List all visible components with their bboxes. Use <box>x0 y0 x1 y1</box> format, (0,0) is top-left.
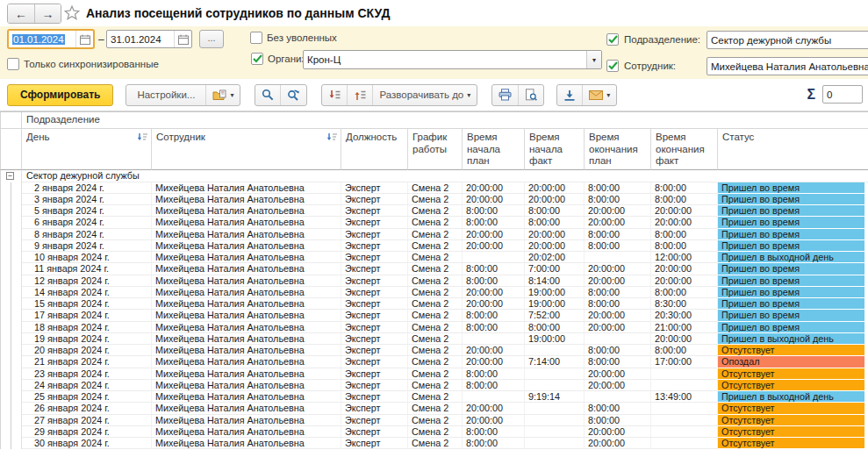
calendar-icon[interactable] <box>75 31 93 47</box>
cell-position: Эксперт <box>341 368 408 380</box>
date-from-input[interactable]: 01.01.2024 <box>7 29 95 49</box>
column-header-end-plan[interactable]: Время окончания план <box>585 129 651 170</box>
table-row[interactable]: 10 января 2024 г.Михейцева Наталия Анато… <box>0 252 868 263</box>
table-row[interactable]: 27 января 2024 г.Михейцева Наталия Анато… <box>0 415 868 426</box>
table-row[interactable]: 9 января 2024 г.Михейцева Наталия Анатол… <box>0 240 868 252</box>
send-mail-button[interactable]: ▾ <box>582 85 616 105</box>
table-row[interactable]: 14 января 2024 г.Михейцева Наталия Анато… <box>0 287 868 298</box>
cell-start-fact: 8:14:00 <box>525 275 585 287</box>
cell-employee: Михейцева Наталия Анатольевна <box>152 217 341 228</box>
tree-gutter <box>0 368 22 380</box>
cell-position: Эксперт <box>341 194 408 205</box>
date-to-input[interactable]: 31.01.2024 <box>106 30 192 48</box>
cell-start-plan: 8:00:00 <box>463 380 525 391</box>
column-header-schedule[interactable]: График работы <box>408 129 463 170</box>
table-row[interactable]: 25 января 2024 г.Михейцева Наталия Анато… <box>0 391 868 403</box>
cell-position: Эксперт <box>341 438 408 449</box>
collapse-groups-button[interactable] <box>322 85 347 105</box>
table-row[interactable]: 18 января 2024 г.Михейцева Наталия Анато… <box>0 322 868 333</box>
cell-employee: Михейцева Наталия Анатольевна <box>152 403 341 414</box>
settings-button[interactable]: Настройки... <box>126 85 205 105</box>
table-row[interactable]: 19 января 2024 г.Михейцева Наталия Анато… <box>0 333 868 345</box>
cell-schedule: Смена 2 <box>408 426 463 438</box>
table-row[interactable]: 26 января 2024 г.Михейцева Наталия Анато… <box>0 403 868 414</box>
cell-employee: Михейцева Наталия Анатольевна <box>152 426 341 438</box>
chevron-down-icon[interactable]: ▾ <box>586 51 601 68</box>
table-row[interactable]: 12 января 2024 г.Михейцева Наталия Анато… <box>0 275 868 287</box>
checkbox-department[interactable] <box>606 33 619 46</box>
cell-start-fact: 20:00:00 <box>525 194 585 205</box>
calendar-icon[interactable] <box>174 31 191 47</box>
expand-groups-button[interactable] <box>347 85 372 105</box>
collapse-expander-icon[interactable]: − <box>6 172 14 180</box>
table-row[interactable]: 6 января 2024 г.Михейцева Наталия Анатол… <box>0 217 868 228</box>
table-row[interactable]: 21 января 2024 г.Михейцева Наталия Анато… <box>0 356 868 368</box>
sum-input[interactable] <box>822 85 863 104</box>
cell-schedule: Смена 2 <box>408 380 463 391</box>
date-from-value: 01.01.2024 <box>12 34 65 45</box>
checkbox-without-fired[interactable] <box>250 32 262 44</box>
table-row[interactable]: 29 января 2024 г.Михейцева Наталия Анато… <box>0 426 868 438</box>
department-input[interactable]: Сектор дежурной службы <box>707 31 868 49</box>
column-header-start-plan[interactable]: Время начала план <box>463 129 525 170</box>
status-badge: Пришел во время <box>718 229 864 240</box>
expand-to-button[interactable]: Разворачивать до ▾ <box>372 85 477 105</box>
checkbox-organization[interactable] <box>251 53 263 65</box>
table-row[interactable]: 3 января 2024 г.Михейцева Наталия Анатол… <box>0 194 868 205</box>
cell-day: 11 января 2024 г. <box>22 263 152 275</box>
cell-schedule: Смена 2 <box>408 322 463 333</box>
group-row[interactable]: − Сектор дежурной службы <box>0 170 868 182</box>
cell-day: 26 января 2024 г. <box>22 403 152 414</box>
cell-employee: Михейцева Наталия Анатольевна <box>152 194 341 205</box>
table-row[interactable]: 20 января 2024 г.Михейцева Наталия Анато… <box>0 345 868 356</box>
forward-icon: → <box>42 7 54 21</box>
cell-schedule: Смена 2 <box>408 263 463 275</box>
cell-start-plan: 20:00:00 <box>463 403 525 414</box>
column-header-status[interactable]: Статус <box>718 129 868 170</box>
cell-day: 27 января 2024 г. <box>22 415 152 426</box>
column-header-employee[interactable]: Сотрудник <box>152 129 341 170</box>
table-row[interactable]: 30 января 2024 г.Михейцева Наталия Анато… <box>0 438 868 449</box>
checkbox-only-synchronized[interactable] <box>7 58 19 70</box>
sort-ascending-icon[interactable] <box>326 132 338 142</box>
table-row[interactable]: 24 января 2024 г.Михейцева Наталия Анато… <box>0 380 868 391</box>
section-header[interactable]: Подразделение <box>22 112 868 129</box>
status-badge: Отсутствует <box>718 403 864 414</box>
chevron-down-icon: ▾ <box>606 91 610 99</box>
table-row[interactable]: 23 января 2024 г.Михейцева Наталия Анато… <box>0 368 868 380</box>
cell-schedule: Смена 2 <box>408 229 463 240</box>
cell-end-fact: 8:30:00 <box>651 298 718 310</box>
report-variants-button[interactable]: ▾ <box>205 85 240 105</box>
print-button[interactable] <box>492 85 518 105</box>
table-row[interactable]: 5 января 2024 г.Михейцева Наталия Анатол… <box>0 205 868 217</box>
period-more-button[interactable]: ... <box>199 30 224 48</box>
cell-end-plan: 8:00:00 <box>585 240 651 252</box>
search-button[interactable] <box>255 85 280 105</box>
column-header-start-fact[interactable]: Время начала факт <box>525 129 585 170</box>
forward-button[interactable]: → <box>34 4 61 23</box>
table-row[interactable]: 8 января 2024 г.Михейцева Наталия Анатол… <box>0 229 868 240</box>
sort-ascending-icon[interactable] <box>137 132 148 142</box>
print-preview-button[interactable] <box>518 85 543 105</box>
generate-button[interactable]: Сформировать <box>7 84 113 106</box>
cell-end-fact: 12:00:00 <box>651 252 718 263</box>
tree-gutter <box>0 112 22 129</box>
favorite-star-icon[interactable] <box>64 5 80 21</box>
search-next-button[interactable] <box>280 85 306 105</box>
cell-position: Эксперт <box>341 356 408 368</box>
column-header-day[interactable]: День <box>22 129 152 170</box>
organization-input[interactable]: Крон-Ц ▾ <box>303 50 602 69</box>
tree-gutter <box>0 275 22 287</box>
save-button[interactable] <box>557 85 582 105</box>
cell-end-plan: 20:00:00 <box>585 275 651 287</box>
table-row[interactable]: 15 января 2024 г.Михейцева Наталия Анато… <box>0 298 868 310</box>
column-header-end-fact[interactable]: Время окончания факт <box>651 129 718 170</box>
cell-start-fact <box>525 438 585 449</box>
table-row[interactable]: 2 января 2024 г.Михейцева Наталия Анатол… <box>0 182 868 194</box>
employee-input[interactable]: Михейцева Наталия Анатольевна <box>707 57 868 75</box>
table-row[interactable]: 17 января 2024 г.Михейцева Наталия Анато… <box>0 310 868 321</box>
column-header-position[interactable]: Должность <box>341 129 408 170</box>
checkbox-employee[interactable] <box>606 60 619 72</box>
back-button[interactable]: ← <box>8 4 34 23</box>
table-row[interactable]: 11 января 2024 г.Михейцева Наталия Анато… <box>0 263 868 275</box>
